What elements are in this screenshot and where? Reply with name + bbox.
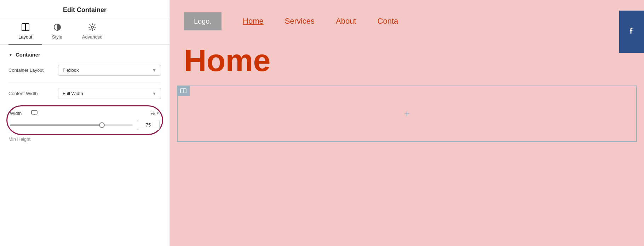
panel-title: Edit Container [8,6,161,14]
nav-bar: Logo. Home Services About Conta [170,0,644,42]
container-placeholder[interactable]: + [177,86,637,142]
svg-rect-4 [31,111,37,114]
tab-layout[interactable]: Layout [8,18,42,45]
container-layout-arrow: ▼ [152,68,156,73]
container-layout-row: Container Layout Flexbox ▼ [8,65,161,76]
divider-1 [8,82,161,82]
right-canvas: Logo. Home Services About Conta Home + [170,0,644,246]
width-slider-container[interactable] [10,124,133,126]
tab-layout-label: Layout [18,34,32,40]
panel-header: Edit Container [0,0,169,18]
unit-arrow: ▼ [156,111,160,115]
content-width-label: Content Width [8,91,58,96]
content-width-control: Full Width ▼ [58,88,161,99]
nav-link-home[interactable]: Home [243,17,264,26]
tabs-row: Layout Style Advanced [0,18,169,45]
content-width-select[interactable]: Full Width ▼ [58,88,161,99]
nav-link-about[interactable]: About [336,17,356,26]
gear-icon [88,23,96,32]
panel-body: ▼ Container Container Layout Flexbox ▼ C… [0,45,169,246]
slider-thumb[interactable] [99,122,105,128]
section-label: Container [16,52,40,58]
width-value-input[interactable] [137,120,160,130]
desktop-icon [31,110,38,116]
facebook-button[interactable] [619,11,644,53]
content-width-value: Full Width [63,91,83,96]
container-layout-value: Flexbox [63,68,79,73]
tab-style[interactable]: Style [42,18,72,44]
unit-selector[interactable]: % ▼ [151,111,160,116]
style-icon [53,23,61,32]
content-width-row: Content Width Full Width ▼ [8,88,161,99]
section-arrow: ▼ [8,52,13,57]
container-handle [177,86,190,96]
tab-advanced[interactable]: Advanced [72,18,113,44]
layout-icon [22,23,29,32]
unit-label: % [151,111,155,116]
container-layout-select[interactable]: Flexbox ▼ [58,65,161,76]
hero-text: Home [170,42,644,78]
edit-panel: Edit Container Layout Style [0,0,170,246]
container-layout-label: Container Layout [8,68,58,73]
tab-style-label: Style [52,34,62,40]
nav-link-contact[interactable]: Conta [378,17,398,26]
min-height-placeholder: Min Height [8,136,161,142]
slider-fill [10,124,102,126]
svg-point-3 [91,26,93,28]
nav-link-services[interactable]: Services [285,17,315,26]
width-label: Width [10,111,31,116]
nav-links: Home Services About Conta [243,17,630,26]
content-width-arrow: ▼ [152,91,156,96]
width-section-highlight: Width % ▼ [6,105,163,135]
slider-row [10,120,160,130]
section-container: ▼ Container [8,52,161,58]
plus-icon[interactable]: + [404,108,410,119]
container-layout-control: Flexbox ▼ [58,65,161,76]
slider-track [10,124,133,126]
facebook-icon [627,26,637,38]
logo: Logo. [184,12,222,30]
tab-advanced-label: Advanced [82,34,103,40]
width-row: Width % ▼ [10,110,160,116]
